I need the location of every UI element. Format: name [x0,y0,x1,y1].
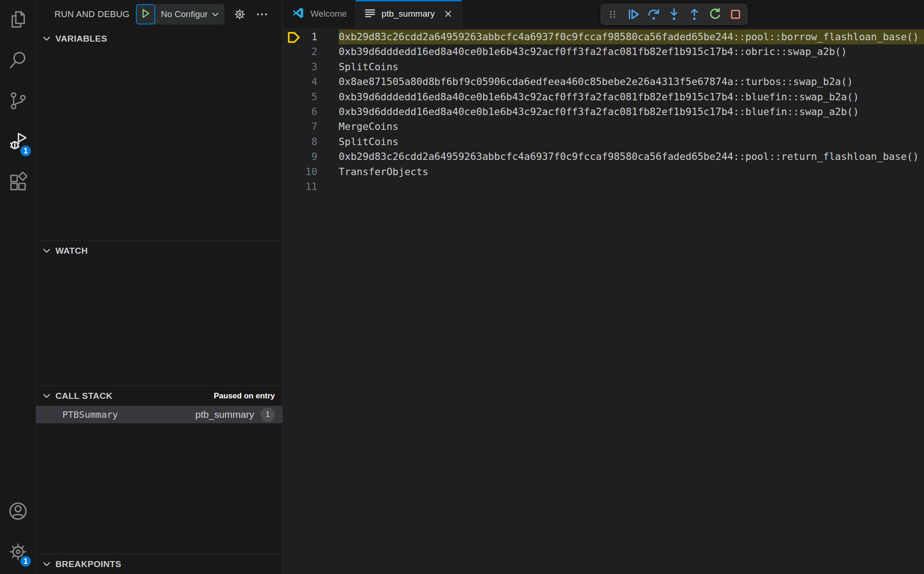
extensions-icon [7,171,29,195]
sidebar-title: RUN AND DEBUG [55,9,129,19]
tab-label: ptb_summary [382,9,435,19]
code-line[interactable]: 11 [283,179,924,194]
code-line[interactable]: 10xb29d83c26cdd2a64959263abbcfc4a6937f0c… [283,30,924,44]
close-icon[interactable] [443,9,453,19]
vscode-logo-icon [291,6,305,22]
step-into-icon[interactable] [665,6,683,23]
line-content: 0xb39d6dddedd16ed8a40ce0b1e6b43c92acf0ff… [339,104,924,119]
activity-item-search[interactable] [0,41,36,81]
line-number[interactable]: 8 [283,134,339,149]
call-stack-list: PTBSummary ptb_summary 1 [36,406,282,554]
code-line[interactable]: 60xb39d6dddedd16ed8a40ce0b1e6b43c92acf0f… [283,104,924,119]
variables-list [36,49,282,240]
line-number[interactable]: 9 [283,149,339,164]
stop-icon[interactable] [727,6,744,23]
tab-label: Welcome [310,9,347,19]
account-icon [7,500,29,524]
step-out-icon[interactable] [686,6,703,23]
activity-item-settings[interactable]: 1 [0,532,36,573]
line-content: 0xb39d6dddedd16ed8a40ce0b1e6b43c92acf0ff… [339,44,924,59]
variables-section-label: VARIABLES [55,34,107,44]
activity-item-source-control[interactable] [0,81,36,122]
step-over-icon[interactable] [645,6,663,23]
activity-bar-top: 1 [0,0,36,203]
source-control-icon [7,90,29,113]
settings-badge: 1 [19,555,32,568]
chevron-down-icon [42,246,52,256]
code-line[interactable]: 10TransferObjects [283,165,924,179]
debug-toolbar [601,4,748,25]
stack-frame-name: PTBSummary [62,409,118,420]
tab-ptb-summary[interactable]: ptb_summary [356,0,462,28]
line-content [339,179,924,194]
line-number[interactable]: 4 [283,74,339,89]
views-more-actions-icon[interactable] [255,7,269,21]
watch-section-header[interactable]: WATCH [36,241,282,261]
activity-item-explorer[interactable] [0,0,36,41]
breakpoints-section: BREAKPOINTS [36,554,282,574]
line-content: TransferObjects [339,165,924,179]
activity-item-extensions[interactable] [0,163,36,203]
toolbar-drag-handle[interactable] [604,6,621,23]
chevron-down-icon [42,391,52,401]
activity-bar-bottom: 1 [0,492,36,574]
code-editor[interactable]: 10xb29d83c26cdd2a64959263abbcfc4a6937f0c… [283,28,924,574]
line-number[interactable]: 1 [283,30,339,44]
call-stack-section-header[interactable]: CALL STACK Paused on entry [36,386,282,406]
list-file-icon [364,7,376,21]
call-stack-section: CALL STACK Paused on entry PTBSummary pt… [36,385,282,554]
line-number[interactable]: 7 [283,119,339,134]
stack-frame-row[interactable]: PTBSummary ptb_summary 1 [36,406,282,423]
line-content: 0xb39d6dddedd16ed8a40ce0b1e6b43c92acf0ff… [339,90,924,104]
code-line[interactable]: 7MergeCoins [283,119,924,134]
line-content: 0x8ae871505a80d8bf6bf9c05906cda6edfeea46… [339,74,924,89]
code-line[interactable]: 20xb39d6dddedd16ed8a40ce0b1e6b43c92acf0f… [283,44,924,59]
code-line[interactable]: 40x8ae871505a80d8bf6bf9c05906cda6edfeea4… [283,74,924,89]
watch-list [36,261,282,385]
tab-welcome[interactable]: Welcome [283,0,356,28]
activity-item-accounts[interactable] [0,492,36,532]
line-number[interactable]: 2 [283,44,339,59]
line-number[interactable]: 3 [283,60,339,74]
breakpoints-section-label: BREAKPOINTS [55,559,122,569]
code-line[interactable]: 8SplitCoins [283,134,924,149]
debug-badge: 1 [19,145,32,157]
call-stack-section-label: CALL STACK [55,391,113,401]
watch-section-label: WATCH [55,246,88,256]
code-line[interactable]: 90xb29d83c26cdd2a64959263abbcfc4a6937f0c… [283,149,924,164]
start-debug-button[interactable] [136,4,155,24]
debug-config-bar[interactable]: No Configur [136,4,224,24]
chevron-down-icon [42,559,52,569]
line-number[interactable]: 11 [283,179,339,194]
activity-item-run-and-debug[interactable]: 1 [0,122,36,163]
line-content: 0xb29d83c26cdd2a64959263abbcfc4a6937f0c9… [339,30,924,44]
line-content: 0xb29d83c26cdd2a64959263abbcfc4a6937f0c9… [339,149,924,164]
line-number[interactable]: 5 [283,90,339,104]
code-lines: 10xb29d83c26cdd2a64959263abbcfc4a6937f0c… [283,30,924,194]
breakpoints-section-header[interactable]: BREAKPOINTS [36,554,282,574]
sidebar-header: RUN AND DEBUG No Configur [36,0,282,29]
vscode-window: 1 1 RUN AND DEBUG [0,0,924,574]
editor-group: Welcome ptb_summary [283,0,924,574]
search-icon [7,49,29,73]
watch-section: WATCH [36,240,282,385]
code-line[interactable]: 3SplitCoins [283,60,924,74]
restart-icon[interactable] [706,6,724,23]
code-line[interactable]: 50xb39d6dddedd16ed8a40ce0b1e6b43c92acf0f… [283,90,924,104]
debug-settings-gear-icon[interactable] [233,7,247,21]
stack-frame-file: ptb_summary [195,409,254,420]
line-content: MergeCoins [339,119,924,134]
continue-icon[interactable] [625,6,642,23]
activity-bar: 1 1 [0,0,36,574]
line-content: SplitCoins [339,60,924,74]
debug-pause-status: Paused on entry [214,391,275,401]
line-number[interactable]: 10 [283,165,339,179]
variables-section-header[interactable]: VARIABLES [36,29,282,49]
run-and-debug-sidebar: RUN AND DEBUG No Configur [36,0,283,574]
variables-section: VARIABLES [36,29,282,240]
line-content: SplitCoins [339,134,924,149]
config-dropdown-value[interactable]: No Configur [155,9,210,19]
line-number[interactable]: 6 [283,104,339,119]
chevron-down-icon [211,10,225,19]
chevron-down-icon [42,34,52,44]
